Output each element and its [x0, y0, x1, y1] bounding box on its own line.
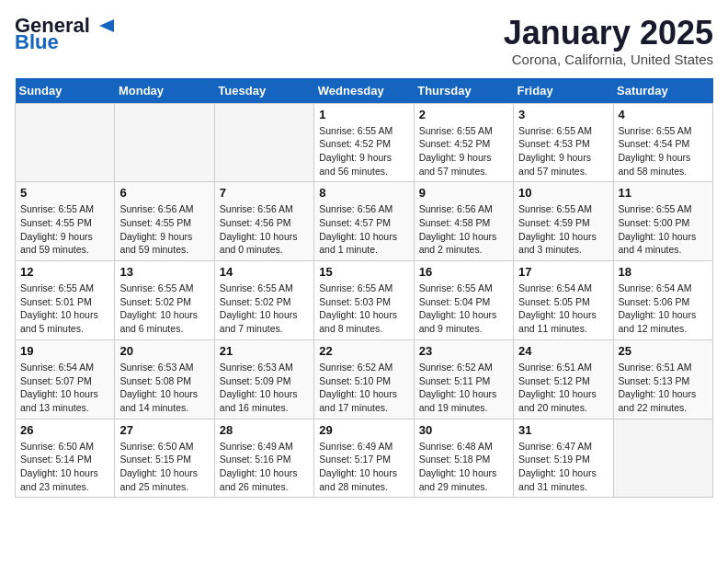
- day-number: 27: [119, 423, 209, 437]
- week-row-3: 12Sunrise: 6:55 AM Sunset: 5:01 PM Dayli…: [16, 261, 713, 340]
- calendar-cell: [214, 103, 313, 182]
- day-number: 29: [319, 423, 408, 437]
- calendar-cell: 18Sunrise: 6:54 AM Sunset: 5:06 PM Dayli…: [613, 261, 712, 340]
- day-info: Sunrise: 6:52 AM Sunset: 5:11 PM Dayligh…: [419, 361, 508, 415]
- calendar-cell: 21Sunrise: 6:53 AM Sunset: 5:09 PM Dayli…: [214, 339, 313, 419]
- day-number: 28: [220, 423, 309, 437]
- calendar-cell: 2Sunrise: 6:55 AM Sunset: 4:52 PM Daylig…: [414, 103, 513, 182]
- day-info: Sunrise: 6:56 AM Sunset: 4:55 PM Dayligh…: [119, 202, 209, 257]
- weekday-monday: Monday: [115, 78, 214, 104]
- day-info: Sunrise: 6:53 AM Sunset: 5:09 PM Dayligh…: [220, 361, 309, 415]
- page-header: General Blue January 2025 Corona, Califo…: [15, 15, 713, 67]
- day-info: Sunrise: 6:52 AM Sunset: 5:10 PM Dayligh…: [319, 361, 408, 415]
- calendar-subtitle: Corona, California, United States: [504, 52, 713, 67]
- day-info: Sunrise: 6:51 AM Sunset: 5:13 PM Dayligh…: [619, 361, 708, 415]
- calendar-cell: 7Sunrise: 6:56 AM Sunset: 4:56 PM Daylig…: [214, 182, 313, 261]
- calendar-cell: 17Sunrise: 6:54 AM Sunset: 5:05 PM Dayli…: [514, 261, 613, 340]
- day-info: Sunrise: 6:53 AM Sunset: 5:08 PM Dayligh…: [119, 361, 209, 415]
- day-info: Sunrise: 6:55 AM Sunset: 4:52 PM Dayligh…: [319, 124, 408, 178]
- calendar-title: January 2025: [504, 15, 713, 52]
- day-number: 22: [319, 344, 408, 358]
- day-number: 13: [119, 265, 209, 279]
- day-info: Sunrise: 6:51 AM Sunset: 5:12 PM Dayligh…: [518, 361, 608, 415]
- day-info: Sunrise: 6:54 AM Sunset: 5:05 PM Dayligh…: [518, 282, 608, 336]
- day-info: Sunrise: 6:55 AM Sunset: 5:02 PM Dayligh…: [119, 282, 209, 336]
- day-info: Sunrise: 6:56 AM Sunset: 4:57 PM Dayligh…: [319, 202, 408, 257]
- day-number: 11: [619, 186, 708, 200]
- calendar-cell: 27Sunrise: 6:50 AM Sunset: 5:15 PM Dayli…: [115, 419, 214, 498]
- week-row-5: 26Sunrise: 6:50 AM Sunset: 5:14 PM Dayli…: [16, 419, 713, 498]
- day-info: Sunrise: 6:55 AM Sunset: 4:54 PM Dayligh…: [619, 124, 708, 178]
- day-info: Sunrise: 6:55 AM Sunset: 5:01 PM Dayligh…: [20, 282, 109, 336]
- calendar-cell: [16, 103, 115, 182]
- day-number: 5: [20, 186, 109, 200]
- day-info: Sunrise: 6:55 AM Sunset: 4:53 PM Dayligh…: [518, 124, 608, 178]
- day-number: 2: [419, 108, 508, 121]
- day-number: 8: [319, 186, 408, 200]
- day-info: Sunrise: 6:50 AM Sunset: 5:14 PM Dayligh…: [20, 440, 109, 494]
- day-number: 23: [419, 344, 508, 358]
- calendar-cell: 6Sunrise: 6:56 AM Sunset: 4:55 PM Daylig…: [115, 182, 214, 261]
- day-info: Sunrise: 6:55 AM Sunset: 4:52 PM Dayligh…: [419, 124, 508, 178]
- weekday-header-row: SundayMondayTuesdayWednesdayThursdayFrid…: [16, 78, 713, 104]
- day-number: 17: [518, 265, 608, 279]
- calendar-table: SundayMondayTuesdayWednesdayThursdayFrid…: [15, 78, 713, 499]
- svg-marker-1: [99, 19, 114, 32]
- calendar-cell: 16Sunrise: 6:55 AM Sunset: 5:04 PM Dayli…: [414, 261, 513, 340]
- day-number: 16: [419, 265, 508, 279]
- day-number: 12: [20, 265, 109, 279]
- day-info: Sunrise: 6:55 AM Sunset: 4:59 PM Dayligh…: [518, 202, 608, 257]
- weekday-saturday: Saturday: [613, 78, 712, 104]
- day-info: Sunrise: 6:48 AM Sunset: 5:18 PM Dayligh…: [419, 440, 508, 494]
- day-info: Sunrise: 6:55 AM Sunset: 5:02 PM Dayligh…: [220, 282, 309, 336]
- day-info: Sunrise: 6:54 AM Sunset: 5:06 PM Dayligh…: [619, 282, 708, 336]
- title-block: January 2025 Corona, California, United …: [504, 15, 713, 67]
- calendar-cell: 4Sunrise: 6:55 AM Sunset: 4:54 PM Daylig…: [613, 103, 712, 182]
- calendar-cell: 5Sunrise: 6:55 AM Sunset: 4:55 PM Daylig…: [16, 182, 115, 261]
- day-number: 25: [619, 344, 708, 358]
- calendar-cell: 20Sunrise: 6:53 AM Sunset: 5:08 PM Dayli…: [115, 339, 214, 419]
- calendar-cell: 14Sunrise: 6:55 AM Sunset: 5:02 PM Dayli…: [214, 261, 313, 340]
- day-number: 24: [518, 344, 608, 358]
- day-number: 19: [20, 344, 109, 358]
- calendar-cell: 19Sunrise: 6:54 AM Sunset: 5:07 PM Dayli…: [16, 339, 115, 419]
- calendar-cell: [613, 419, 712, 498]
- logo-blue-text: Blue: [15, 31, 59, 53]
- calendar-cell: 26Sunrise: 6:50 AM Sunset: 5:14 PM Dayli…: [16, 419, 115, 498]
- weekday-thursday: Thursday: [414, 78, 513, 104]
- day-number: 20: [119, 344, 209, 358]
- calendar-cell: 28Sunrise: 6:49 AM Sunset: 5:16 PM Dayli…: [214, 419, 313, 498]
- calendar-cell: 12Sunrise: 6:55 AM Sunset: 5:01 PM Dayli…: [16, 261, 115, 340]
- day-number: 14: [220, 265, 309, 279]
- weekday-friday: Friday: [514, 78, 613, 104]
- day-number: 7: [220, 186, 309, 200]
- day-number: 3: [518, 108, 608, 121]
- day-info: Sunrise: 6:47 AM Sunset: 5:19 PM Dayligh…: [518, 440, 608, 494]
- day-info: Sunrise: 6:56 AM Sunset: 4:56 PM Dayligh…: [220, 202, 309, 257]
- calendar-cell: 31Sunrise: 6:47 AM Sunset: 5:19 PM Dayli…: [514, 419, 613, 498]
- day-number: 18: [619, 265, 708, 279]
- day-info: Sunrise: 6:55 AM Sunset: 4:55 PM Dayligh…: [20, 202, 109, 257]
- calendar-cell: 24Sunrise: 6:51 AM Sunset: 5:12 PM Dayli…: [514, 339, 613, 419]
- weekday-sunday: Sunday: [16, 78, 115, 104]
- calendar-cell: 10Sunrise: 6:55 AM Sunset: 4:59 PM Dayli…: [514, 182, 613, 261]
- calendar-cell: [115, 103, 214, 182]
- day-number: 1: [319, 108, 408, 121]
- calendar-cell: 25Sunrise: 6:51 AM Sunset: 5:13 PM Dayli…: [613, 339, 712, 419]
- calendar-cell: 22Sunrise: 6:52 AM Sunset: 5:10 PM Dayli…: [314, 339, 414, 419]
- day-info: Sunrise: 6:49 AM Sunset: 5:16 PM Dayligh…: [220, 440, 309, 494]
- week-row-1: 1Sunrise: 6:55 AM Sunset: 4:52 PM Daylig…: [16, 103, 713, 182]
- logo-arrow-icon: [92, 16, 121, 36]
- calendar-cell: 8Sunrise: 6:56 AM Sunset: 4:57 PM Daylig…: [314, 182, 414, 261]
- day-info: Sunrise: 6:55 AM Sunset: 5:03 PM Dayligh…: [319, 282, 408, 336]
- day-number: 21: [220, 344, 309, 358]
- week-row-4: 19Sunrise: 6:54 AM Sunset: 5:07 PM Dayli…: [16, 339, 713, 419]
- day-number: 9: [419, 186, 508, 200]
- day-number: 26: [20, 423, 109, 437]
- day-number: 6: [119, 186, 209, 200]
- day-info: Sunrise: 6:49 AM Sunset: 5:17 PM Dayligh…: [319, 440, 408, 494]
- day-info: Sunrise: 6:56 AM Sunset: 4:58 PM Dayligh…: [419, 202, 508, 257]
- weekday-tuesday: Tuesday: [214, 78, 313, 104]
- calendar-cell: 30Sunrise: 6:48 AM Sunset: 5:18 PM Dayli…: [414, 419, 513, 498]
- logo: General Blue: [15, 15, 121, 53]
